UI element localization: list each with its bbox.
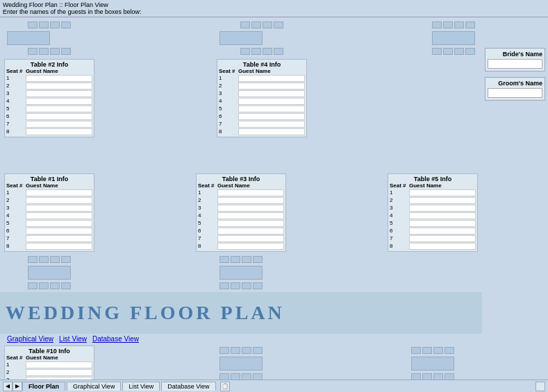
guest-input[interactable]	[26, 128, 92, 135]
nav-graphical[interactable]: Graphical View	[7, 335, 53, 343]
guest-input[interactable]	[26, 83, 92, 90]
guest-input[interactable]	[238, 75, 305, 82]
table-1-header: Table #1 Info	[6, 176, 92, 182]
table-2-cols: Seat # Guest Name	[6, 68, 92, 74]
guest-input[interactable]	[217, 197, 284, 204]
table-row: 2	[6, 196, 92, 204]
chair	[432, 22, 442, 28]
guest-input[interactable]	[26, 361, 92, 368]
guest-input[interactable]	[238, 128, 305, 135]
nav-list[interactable]: List View	[59, 335, 87, 343]
guest-input[interactable]	[409, 197, 476, 204]
table-row: 2	[198, 196, 284, 204]
chair	[432, 48, 442, 55]
chair	[251, 22, 261, 28]
guest-input[interactable]	[26, 189, 92, 196]
guest-input[interactable]	[26, 205, 92, 212]
chairs-top-t4	[217, 22, 307, 28]
guest-input[interactable]	[26, 212, 92, 219]
table-10-header: Table #10 Info	[6, 348, 92, 355]
chair	[61, 282, 71, 289]
guest-input[interactable]	[26, 243, 92, 250]
table-row: 3	[198, 204, 284, 212]
chair	[242, 282, 251, 289]
chair	[231, 282, 240, 289]
guest-input[interactable]	[26, 377, 92, 380]
chair	[263, 48, 272, 55]
tab-database-view[interactable]: Database View	[161, 382, 215, 391]
table-rect-t6	[411, 357, 454, 370]
guest-input[interactable]	[26, 75, 92, 82]
table-3-header: Table #3 Info	[198, 176, 284, 182]
guest-input[interactable]	[409, 189, 476, 196]
tab-nav-next[interactable]: ▶	[13, 382, 22, 391]
guest-input[interactable]	[238, 113, 305, 120]
table-row: 1	[390, 189, 476, 196]
guest-input[interactable]	[409, 212, 476, 219]
guest-input[interactable]	[409, 205, 476, 212]
tab-nav-prev[interactable]: ◀	[3, 382, 13, 391]
chair	[411, 373, 421, 380]
guest-input[interactable]	[238, 98, 305, 105]
table-row: 4	[6, 212, 92, 219]
table-8-9-group: Table #8 Info Seat # Guest Name 1 2 3 4 …	[196, 346, 286, 380]
guest-input[interactable]	[217, 235, 284, 242]
table-10-group: Table #10 Info Seat # Guest Name 1 2 3 4…	[4, 346, 94, 380]
guest-input[interactable]	[26, 113, 92, 120]
tab-list-view[interactable]: List View	[122, 382, 160, 391]
chair	[39, 282, 49, 289]
table-row: 8	[198, 242, 284, 250]
table-5-group: Table #5 Info Seat # Guest Name 1 2 3 4 …	[388, 173, 478, 291]
table-2-group: Table #2 Info Seat # Guest Name 1 2 3 4 …	[4, 20, 94, 172]
table-2-info: Table #2 Info Seat # Guest Name 1 2 3 4 …	[4, 59, 94, 137]
guest-input[interactable]	[217, 212, 284, 219]
chair	[240, 22, 250, 28]
bride-name-input[interactable]	[488, 59, 542, 69]
table-row: 7	[6, 235, 92, 242]
guest-input[interactable]	[217, 228, 284, 235]
guest-input[interactable]	[26, 369, 92, 376]
chair	[274, 48, 283, 55]
guest-input[interactable]	[238, 105, 305, 112]
chair	[61, 22, 71, 28]
tab-graphical-view[interactable]: Graphical View	[67, 382, 121, 391]
guest-input[interactable]	[217, 243, 284, 250]
tab-floor-plan[interactable]: Floor Plan	[22, 382, 65, 391]
guest-input[interactable]	[26, 90, 92, 97]
guest-input[interactable]	[26, 121, 92, 128]
guest-input[interactable]	[26, 235, 92, 242]
guest-input[interactable]	[238, 90, 305, 97]
scroll-indicator-right[interactable]	[535, 382, 545, 391]
nav-database[interactable]: Database View	[92, 335, 139, 343]
groom-name-input[interactable]	[488, 88, 542, 98]
guest-input[interactable]	[409, 220, 476, 227]
guest-input[interactable]	[409, 243, 476, 250]
guest-input[interactable]	[217, 220, 284, 227]
guest-input[interactable]	[26, 220, 92, 227]
bride-label: Bride's Name	[488, 51, 542, 58]
top-bar: Wedding Floor Plan :: Floor Plan View En…	[0, 0, 548, 17]
guest-input[interactable]	[26, 197, 92, 204]
chair	[465, 48, 475, 55]
guest-input[interactable]	[26, 105, 92, 112]
chairs-top-t3b	[219, 256, 263, 263]
table-row: 5	[390, 219, 476, 227]
guest-input[interactable]	[217, 205, 284, 212]
guest-input[interactable]	[217, 189, 284, 196]
guest-input[interactable]	[409, 235, 476, 242]
guest-input[interactable]	[26, 228, 92, 235]
table-rect-t8	[219, 357, 263, 370]
guest-input[interactable]	[409, 228, 476, 235]
floor-plan-area: Table #2 Info Seat # Guest Name 1 2 3 4 …	[0, 17, 482, 380]
nav-links: Graphical View List View Database View	[0, 334, 482, 344]
chair	[50, 22, 60, 28]
bottom-tabs: ◀ ▶ Floor Plan Graphical View List View …	[0, 380, 548, 392]
guest-input[interactable]	[238, 121, 305, 128]
table-5-cols: Seat # Guest Name	[390, 182, 476, 189]
guest-input[interactable]	[26, 98, 92, 105]
table-row: 4	[390, 212, 476, 219]
chairs-top-t1b	[28, 256, 71, 263]
table-row: 5	[219, 105, 305, 112]
table-row: 3	[6, 90, 92, 97]
guest-input[interactable]	[238, 83, 305, 90]
